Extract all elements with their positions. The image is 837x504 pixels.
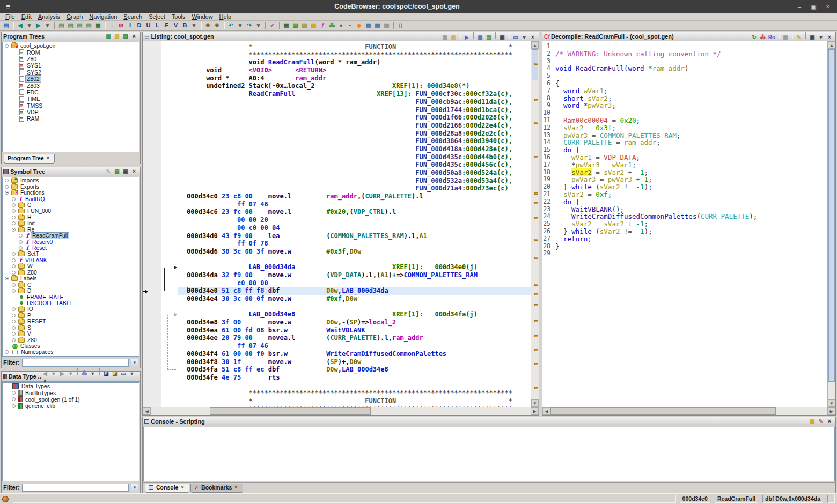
close-icon[interactable]: × <box>826 34 833 41</box>
listing-vscrollbar[interactable]: ▲ ▼ <box>531 41 539 407</box>
close-icon[interactable]: × <box>130 33 138 40</box>
listing-line[interactable]: word * A0:4 ram_addr <box>187 75 531 83</box>
bookmark-mark[interactable] <box>534 349 538 351</box>
symbol-filter-input[interactable] <box>22 359 129 367</box>
program-tree-item[interactable]: VDP <box>3 109 139 115</box>
symbol-tree-label[interactable]: FRAME_RATE <box>26 294 64 300</box>
code-token[interactable]: 0xf <box>596 190 608 198</box>
code-token[interactable]: :000d53a4(c), <box>462 177 512 184</box>
scroll-thumb[interactable] <box>828 49 835 382</box>
code-token[interactable]: VDP_DATA <box>330 271 361 279</box>
expand-handle[interactable] <box>5 191 9 195</box>
bookmark-mark[interactable] <box>534 63 538 65</box>
open-tree-icon[interactable]: ▨ <box>113 33 121 40</box>
menu-graph[interactable]: Graph <box>63 13 86 20</box>
code-token[interactable]: ; <box>632 161 636 169</box>
code-token[interactable]: (word * ram_addr) <box>314 58 380 66</box>
expand-handle[interactable] <box>5 277 9 280</box>
symbol-tree-label[interactable]: Namespaces <box>20 349 54 355</box>
symbol-tree-label[interactable]: IO_ <box>26 306 38 312</box>
symbol-tree-label[interactable]: RESET_ <box>26 318 50 324</box>
code-token[interactable]: = <box>584 190 596 198</box>
listing-line[interactable]: FUN_000d435c:000d456c(c), <box>187 161 531 169</box>
code-token[interactable] <box>571 64 576 72</box>
code-token[interactable]: * <box>579 101 588 109</box>
decompile-line[interactable]: 3 <box>542 57 827 65</box>
expand-handle[interactable] <box>12 264 16 268</box>
bookmark-mark[interactable] <box>534 156 538 158</box>
code-token[interactable]: 51 c8 ff ec <box>222 366 264 373</box>
redo-icon[interactable]: ↷ <box>245 21 253 30</box>
code-token[interactable]: move.l <box>268 192 291 200</box>
calculator-icon[interactable]: ▦ <box>282 21 290 30</box>
listing-line[interactable]: 000d34ea 61 00 fd 08 bsr.w WaitVBLANK <box>187 327 531 335</box>
code-token[interactable]: * <box>249 397 253 405</box>
table-view-icon[interactable]: ▦ <box>364 21 372 30</box>
symbol-tree-label[interactable]: Classes <box>19 343 41 349</box>
program-tree-label[interactable]: VDP <box>26 109 40 115</box>
code-token[interactable]: (); <box>612 205 624 213</box>
bookmark-mark[interactable] <box>534 239 538 241</box>
bookmark-mark[interactable] <box>534 293 538 295</box>
code-token[interactable]: COMMON_PALETTES_RAM <box>404 271 478 279</box>
edit-icon[interactable]: ✎ <box>795 34 803 41</box>
expand-handle[interactable] <box>12 326 16 330</box>
code-token[interactable]: dbf <box>268 287 280 294</box>
symbol-tree-item[interactable]: RESET_ <box>3 318 139 324</box>
listing-line[interactable]: ff 07 46 <box>187 201 531 209</box>
code-token[interactable]: ); <box>749 212 757 220</box>
code-token[interactable]: void <box>206 66 222 74</box>
code-token[interactable]: void <box>249 58 268 66</box>
code-token[interactable]: #0x20 <box>326 208 346 216</box>
code-token[interactable]: = <box>600 161 612 169</box>
panel-icon[interactable]: ▭ <box>512 34 519 41</box>
symbol-tree-item[interactable]: Labels <box>3 276 139 281</box>
code-token[interactable]: move.w <box>268 295 291 302</box>
program-tree-item[interactable]: ROM <box>3 49 139 55</box>
code-token[interactable]: do <box>563 198 571 206</box>
symbol-tree-label[interactable]: Reset <box>31 245 48 251</box>
listing-line[interactable]: void <VOID> <RETURN> <box>187 66 531 75</box>
code-token[interactable]: #0xf <box>326 295 342 302</box>
symbol-tree-label[interactable]: C <box>26 202 32 208</box>
listing-line[interactable]: 00 00 20 <box>187 216 531 224</box>
code-token[interactable]: 00 c0 00 04 <box>237 224 280 232</box>
decompile-line[interactable]: 19 pwVar3 = pwVar3 + 1; <box>542 175 827 183</box>
app-menu-icon[interactable]: ≡ <box>0 3 16 11</box>
code-token[interactable]: * <box>509 43 512 50</box>
code-token[interactable]: * <box>644 64 652 72</box>
code-token[interactable]: 1 <box>644 175 649 183</box>
program-tree-item[interactable]: FDC <box>3 89 139 95</box>
code-token[interactable]: 000d34f8 <box>187 358 218 366</box>
menu-window[interactable]: Window <box>188 13 216 20</box>
console-output[interactable] <box>143 427 835 481</box>
expand-handle[interactable] <box>19 234 23 238</box>
code-token[interactable]: 000d34e0 <box>187 287 218 294</box>
expand-handle[interactable] <box>12 397 16 401</box>
listing-line[interactable]: 000d34ee 20 79 00 movea.l (CURR_PALETTE)… <box>187 334 531 342</box>
code-token[interactable]: 000d34c0 <box>187 192 218 200</box>
symbol-tree-item[interactable]: IO_ <box>3 306 139 312</box>
symbol-tree-item[interactable]: V <box>3 331 139 337</box>
code-token[interactable]: word <box>563 87 579 95</box>
code-token[interactable]: = <box>592 153 604 161</box>
decompile-line[interactable]: 23 WaitVBLANK(); <box>542 205 827 213</box>
code-token[interactable]: while <box>571 183 592 191</box>
diff-view-icon[interactable]: ▧ <box>485 34 493 41</box>
program-tree-label[interactable]: SYS2 <box>26 69 42 76</box>
code-token[interactable]: :000d1bca(c), <box>462 106 512 114</box>
code-token[interactable]: 30 3c 00 0f <box>222 295 264 302</box>
memory-edit-icon[interactable]: ▦ <box>94 21 102 30</box>
code-token[interactable]: c0 00 00 <box>237 279 268 287</box>
listing-line[interactable]: 000d34c0 23 c8 00 move.l ram_addr,(CURR_… <box>187 192 531 201</box>
symbol-tree-item[interactable]: FUN_000 <box>3 208 139 214</box>
panel-dropdown-icon[interactable]: ▾ <box>817 34 825 41</box>
code-token[interactable]: ; <box>604 87 608 95</box>
menu-analysis[interactable]: Analysis <box>35 13 63 20</box>
data-type-tree[interactable]: Data TypesBuiltInTypescool_spot.gen (1 o… <box>2 382 140 481</box>
associations-icon[interactable]: ⁂ <box>80 370 88 377</box>
code-token[interactable]: 000d34f4 <box>187 350 218 358</box>
assoc-dropdown-icon[interactable]: ▾ <box>89 370 97 377</box>
code-token[interactable]: LAB_000d34da <box>249 263 296 271</box>
code-token[interactable]: , <box>338 366 342 373</box>
